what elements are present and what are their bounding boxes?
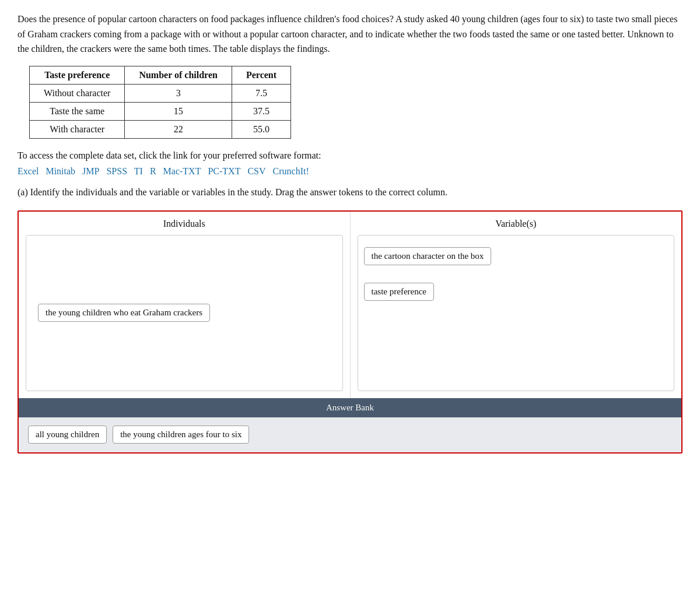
data-table: Taste preference Number of children Perc…	[29, 66, 291, 139]
answer-bank-body[interactable]: all young childrenthe young children age…	[19, 417, 681, 452]
software-link[interactable]: R	[150, 166, 156, 176]
software-link[interactable]: PC-TXT	[208, 166, 240, 176]
drag-token[interactable]: the cartoon character on the box	[364, 247, 492, 265]
drag-token[interactable]: taste preference	[364, 283, 435, 301]
software-link[interactable]: CSV	[247, 166, 265, 176]
variables-drop-zone[interactable]: the cartoon character on the boxtaste pr…	[358, 235, 675, 391]
software-link[interactable]: SPSS	[106, 166, 127, 176]
table-cell: 3	[125, 84, 232, 102]
table-cell: 15	[125, 102, 232, 120]
access-text: To access the complete data set, click t…	[18, 148, 682, 163]
drop-columns: Individuals the young children who eat G…	[19, 212, 681, 398]
individuals-drop-zone[interactable]: the young children who eat Graham cracke…	[26, 235, 343, 391]
software-link[interactable]: CrunchIt!	[273, 166, 309, 176]
answer-bank-token[interactable]: the young children ages four to six	[113, 426, 249, 444]
col-header-number: Number of children	[125, 66, 232, 84]
drag-token[interactable]: the young children who eat Graham cracke…	[38, 304, 210, 322]
question-text: (a) Identify the individuals and the var…	[18, 185, 682, 200]
software-link[interactable]: Excel	[18, 166, 38, 176]
table-cell: Taste the same	[30, 102, 125, 120]
table-cell: Without character	[30, 84, 125, 102]
software-link[interactable]: Minitab	[46, 166, 75, 176]
individuals-header: Individuals	[26, 219, 343, 229]
table-cell: 55.0	[232, 120, 290, 138]
variables-column: Variable(s) the cartoon character on the…	[351, 212, 682, 398]
table-row: Without character37.5	[30, 84, 291, 102]
table-cell: 7.5	[232, 84, 290, 102]
answer-bank-token[interactable]: all young children	[28, 426, 107, 444]
col-header-percent: Percent	[232, 66, 290, 84]
intro-paragraph: Does the presence of popular cartoon cha…	[18, 12, 682, 57]
individuals-column: Individuals the young children who eat G…	[19, 212, 351, 398]
table-cell: 22	[125, 120, 232, 138]
answer-bank-header: Answer Bank	[19, 398, 681, 417]
drag-drop-container: Individuals the young children who eat G…	[18, 210, 682, 454]
software-link[interactable]: JMP	[82, 166, 99, 176]
table-row: With character2255.0	[30, 120, 291, 138]
col-header-taste: Taste preference	[30, 66, 125, 84]
table-cell: 37.5	[232, 102, 290, 120]
table-row: Taste the same1537.5	[30, 102, 291, 120]
table-cell: With character	[30, 120, 125, 138]
variables-header: Variable(s)	[358, 219, 675, 229]
software-link[interactable]: TI	[134, 166, 143, 176]
software-link[interactable]: Mac-TXT	[163, 166, 201, 176]
software-links: Excel Minitab JMP SPSS TI R Mac-TXT PC-T…	[18, 166, 682, 177]
